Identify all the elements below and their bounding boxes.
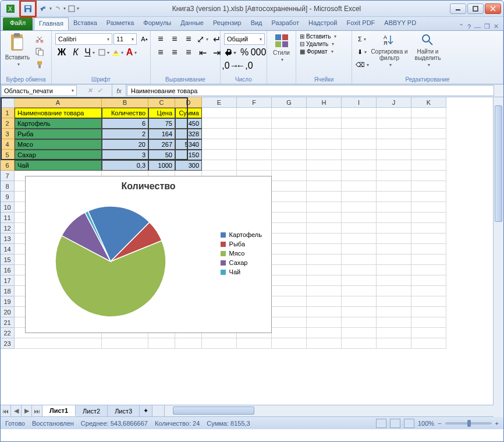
cell[interactable] xyxy=(272,150,307,160)
cell[interactable] xyxy=(307,213,342,223)
row-header[interactable]: 19 xyxy=(1,296,15,307)
cell[interactable] xyxy=(272,265,307,275)
cell[interactable] xyxy=(202,150,237,160)
cell[interactable] xyxy=(411,192,446,202)
row-header[interactable]: 20 xyxy=(1,307,15,317)
zoom-in-button[interactable]: + xyxy=(495,420,499,427)
cell[interactable] xyxy=(411,223,446,234)
cell[interactable]: 5340 xyxy=(175,139,202,150)
cell[interactable] xyxy=(377,202,411,213)
cell[interactable] xyxy=(202,160,237,171)
align-middle-icon[interactable]: ≡ xyxy=(168,33,181,45)
decrease-decimal-icon[interactable]: ←,0 xyxy=(238,60,251,72)
cell[interactable]: Картофель xyxy=(15,118,102,129)
ribbon-tab-формулы[interactable]: Формулы xyxy=(139,17,176,30)
cell[interactable] xyxy=(377,213,411,223)
ribbon-tab-abbyy pd[interactable]: ABBYY PD xyxy=(379,17,421,30)
cell[interactable] xyxy=(411,328,446,338)
cell[interactable] xyxy=(307,254,342,265)
cell[interactable] xyxy=(272,129,307,139)
cell[interactable]: 6 xyxy=(102,118,148,129)
cell[interactable] xyxy=(272,328,307,338)
number-format-combo[interactable]: Общий▾ xyxy=(224,33,265,45)
cell[interactable] xyxy=(202,118,237,129)
column-header[interactable]: K xyxy=(411,97,446,108)
row-header[interactable]: 23 xyxy=(1,338,15,349)
doc-restore-icon[interactable]: ❐ xyxy=(484,23,490,30)
comma-icon[interactable]: 000 xyxy=(252,47,265,58)
cell[interactable]: Сумма xyxy=(175,108,202,118)
vertical-scroll-thumb[interactable] xyxy=(495,105,502,222)
cell[interactable] xyxy=(307,118,342,129)
ribbon-tab-разработ[interactable]: Разработ xyxy=(267,17,304,30)
cell[interactable] xyxy=(377,244,411,254)
close-button[interactable] xyxy=(485,3,501,14)
row-header[interactable]: 6 xyxy=(1,160,15,171)
cell[interactable] xyxy=(377,129,411,139)
column-header[interactable]: E xyxy=(202,97,237,108)
cell[interactable] xyxy=(272,307,307,317)
align-bottom-icon[interactable]: ≡ xyxy=(182,33,195,45)
column-header[interactable]: I xyxy=(342,97,377,108)
format-painter-button[interactable] xyxy=(33,59,46,70)
zoom-slider[interactable] xyxy=(445,422,492,425)
worksheet-grid[interactable]: ABCDEFGHIJK 1234567891011121314151617181… xyxy=(1,97,503,405)
cell[interactable] xyxy=(148,338,175,349)
cell[interactable] xyxy=(342,275,377,286)
paste-button[interactable]: Вставить▾ xyxy=(4,33,31,67)
cell[interactable] xyxy=(342,108,377,118)
align-top-icon[interactable]: ≡ xyxy=(154,33,167,45)
cell[interactable]: Количество xyxy=(102,108,148,118)
ribbon-tab-главная[interactable]: Главная xyxy=(34,17,69,30)
cell[interactable] xyxy=(377,171,411,181)
find-select-button[interactable]: Найти и выделить▾ xyxy=(410,33,445,68)
cell[interactable] xyxy=(377,275,411,286)
cell[interactable] xyxy=(272,317,307,328)
font-name-combo[interactable]: Calibri▾ xyxy=(55,33,112,45)
cell[interactable] xyxy=(307,171,342,181)
cell[interactable] xyxy=(102,338,148,349)
border-button[interactable]: ▾ xyxy=(97,47,110,58)
cell[interactable] xyxy=(411,317,446,328)
cell[interactable] xyxy=(272,139,307,150)
cell[interactable] xyxy=(272,296,307,307)
cell[interactable] xyxy=(272,192,307,202)
cell[interactable] xyxy=(342,181,377,192)
cell[interactable] xyxy=(411,244,446,254)
cell[interactable] xyxy=(411,286,446,296)
clear-icon[interactable]: ⌫▾ xyxy=(356,59,368,70)
cell[interactable] xyxy=(342,244,377,254)
cell[interactable] xyxy=(272,275,307,286)
cell[interactable] xyxy=(272,108,307,118)
cell[interactable] xyxy=(342,150,377,160)
cell[interactable] xyxy=(307,307,342,317)
row-header[interactable]: 9 xyxy=(1,192,15,202)
page-layout-view-button[interactable] xyxy=(390,419,400,428)
cell[interactable]: 75 xyxy=(148,118,175,129)
cell[interactable] xyxy=(342,129,377,139)
cell[interactable] xyxy=(307,275,342,286)
row-header[interactable]: 11 xyxy=(1,213,15,223)
cell[interactable] xyxy=(342,296,377,307)
cell[interactable] xyxy=(272,181,307,192)
cell[interactable]: Цена xyxy=(148,108,175,118)
cell[interactable] xyxy=(307,160,342,171)
cell[interactable] xyxy=(202,108,237,118)
cell[interactable] xyxy=(307,265,342,275)
horizontal-scroll-thumb[interactable] xyxy=(173,406,254,415)
cell[interactable] xyxy=(411,275,446,286)
cell[interactable] xyxy=(411,181,446,192)
italic-button[interactable]: К xyxy=(69,47,82,58)
ribbon-tab-надстрой[interactable]: Надстрой xyxy=(304,17,342,30)
column-header[interactable]: A xyxy=(15,97,102,108)
sort-filter-button[interactable]: AЯ Сортировка и фильтр▾ xyxy=(371,33,408,68)
ribbon-tab-данные[interactable]: Данные xyxy=(176,17,208,30)
cell[interactable] xyxy=(377,234,411,244)
cell[interactable] xyxy=(237,160,272,171)
normal-view-button[interactable] xyxy=(376,419,386,428)
cell[interactable]: 1000 xyxy=(148,160,175,171)
column-header[interactable]: J xyxy=(377,97,411,108)
cell[interactable] xyxy=(377,181,411,192)
increase-decimal-icon[interactable]: ,0→ xyxy=(224,60,237,72)
cell[interactable] xyxy=(342,160,377,171)
